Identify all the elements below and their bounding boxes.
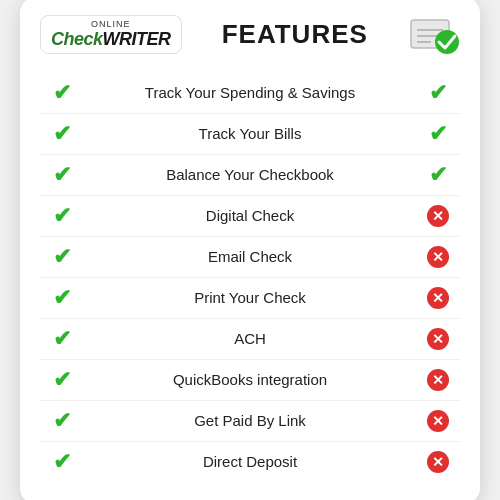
table-row: ✔Get Paid By Link✕ [40, 400, 460, 441]
table-row: ✔Print Your Check✕ [40, 277, 460, 318]
col1-check: ✔ [40, 154, 84, 195]
feature-label: Direct Deposit [84, 441, 416, 482]
cross-icon: ✕ [427, 410, 449, 432]
tick-icon: ✔ [429, 80, 447, 106]
card-header: ONLINE CheckWRITER FEATURES [40, 15, 460, 55]
features-table: ✔Track Your Spending & Savings✔✔Track Yo… [40, 73, 460, 482]
feature-label: Track Your Bills [84, 113, 416, 154]
col1-check: ✔ [40, 73, 84, 114]
col2-check: ✕ [416, 359, 460, 400]
cross-icon: ✕ [427, 369, 449, 391]
col2-check: ✔ [416, 73, 460, 114]
col1-check: ✔ [40, 400, 84, 441]
table-row: ✔ACH✕ [40, 318, 460, 359]
tick-icon: ✔ [53, 121, 71, 147]
tick-icon: ✔ [53, 80, 71, 106]
cross-icon: ✕ [427, 205, 449, 227]
logo-writer: WRITER [103, 29, 171, 49]
page-title: FEATURES [222, 19, 368, 50]
col2-check: ✔ [416, 113, 460, 154]
check-icon-box [408, 15, 460, 55]
cross-icon: ✕ [427, 328, 449, 350]
tick-icon: ✔ [53, 326, 71, 352]
tick-icon: ✔ [53, 285, 71, 311]
table-row: ✔Direct Deposit✕ [40, 441, 460, 482]
logo: ONLINE CheckWRITER [40, 15, 182, 55]
col1-check: ✔ [40, 359, 84, 400]
col1-check: ✔ [40, 195, 84, 236]
col2-check: ✕ [416, 318, 460, 359]
table-row: ✔Email Check✕ [40, 236, 460, 277]
feature-label: QuickBooks integration [84, 359, 416, 400]
tick-icon: ✔ [53, 162, 71, 188]
table-row: ✔Balance Your Checkbook✔ [40, 154, 460, 195]
col2-check: ✕ [416, 441, 460, 482]
table-row: ✔Track Your Spending & Savings✔ [40, 73, 460, 114]
features-card: ONLINE CheckWRITER FEATURES ✔Track Your … [20, 0, 480, 500]
col2-check: ✕ [416, 195, 460, 236]
col1-check: ✔ [40, 113, 84, 154]
tick-icon: ✔ [53, 244, 71, 270]
feature-label: Balance Your Checkbook [84, 154, 416, 195]
feature-label: Get Paid By Link [84, 400, 416, 441]
col1-check: ✔ [40, 277, 84, 318]
feature-label: ACH [84, 318, 416, 359]
check-document-icon [409, 16, 459, 54]
tick-icon: ✔ [53, 449, 71, 475]
feature-label: Email Check [84, 236, 416, 277]
cross-icon: ✕ [427, 287, 449, 309]
tick-icon: ✔ [429, 121, 447, 147]
tick-icon: ✔ [53, 367, 71, 393]
col2-check: ✕ [416, 400, 460, 441]
tick-icon: ✔ [429, 162, 447, 188]
logo-check: Check [51, 29, 103, 49]
table-row: ✔Digital Check✕ [40, 195, 460, 236]
cross-icon: ✕ [427, 451, 449, 473]
table-row: ✔QuickBooks integration✕ [40, 359, 460, 400]
feature-label: Print Your Check [84, 277, 416, 318]
col1-check: ✔ [40, 236, 84, 277]
col1-check: ✔ [40, 318, 84, 359]
feature-label: Track Your Spending & Savings [84, 73, 416, 114]
feature-label: Digital Check [84, 195, 416, 236]
col2-check: ✕ [416, 236, 460, 277]
table-row: ✔Track Your Bills✔ [40, 113, 460, 154]
col2-check: ✔ [416, 154, 460, 195]
tick-icon: ✔ [53, 408, 71, 434]
logo-checkwriter: CheckWRITER [51, 30, 171, 50]
cross-icon: ✕ [427, 246, 449, 268]
col2-check: ✕ [416, 277, 460, 318]
tick-icon: ✔ [53, 203, 71, 229]
col1-check: ✔ [40, 441, 84, 482]
